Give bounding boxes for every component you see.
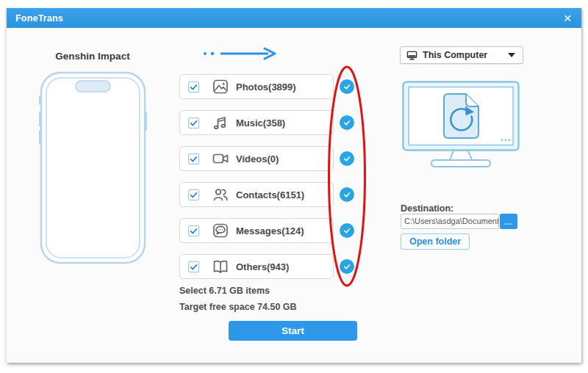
- start-button[interactable]: Start: [229, 321, 357, 341]
- browse-button[interactable]: ...: [500, 214, 517, 229]
- category-label: Messages(124): [236, 225, 304, 236]
- screenshot-stage: FoneTrans ✕ Genshin Impact: [0, 0, 588, 373]
- sync-file-icon: [444, 94, 478, 138]
- checkbox-checked[interactable]: [188, 225, 199, 236]
- titlebar: FoneTrans ✕: [7, 8, 581, 28]
- contacts-icon: [212, 186, 229, 203]
- category-label: Others(943): [236, 261, 289, 272]
- selected-check-icon[interactable]: [340, 259, 354, 274]
- category-row-contacts[interactable]: Contacts(6151): [179, 182, 334, 207]
- category-label: Music(358): [236, 117, 285, 128]
- transfer-summary: Select 6.71 GB items Target free space 7…: [179, 283, 297, 315]
- monitor-icon: [406, 50, 417, 61]
- chevron-down-icon: [508, 53, 515, 57]
- videos-icon: [212, 150, 229, 167]
- category-row-music[interactable]: Music(358): [179, 110, 334, 135]
- category-row-messages[interactable]: Messages(124): [179, 218, 334, 243]
- selected-check-icon[interactable]: [340, 79, 354, 94]
- transfer-arrow-icon: [202, 47, 280, 60]
- category-label: Contacts(6151): [236, 189, 304, 200]
- phone-illustration: [38, 71, 148, 264]
- selected-check-icon[interactable]: [340, 223, 354, 238]
- category-row-videos[interactable]: Videos(0): [179, 146, 334, 171]
- device-name: Genshin Impact: [36, 51, 149, 62]
- fonetrans-window: FoneTrans ✕ Genshin Impact: [7, 8, 581, 363]
- checkbox-checked[interactable]: [188, 261, 199, 272]
- category-row-photos[interactable]: Photos(3899): [179, 74, 334, 99]
- open-folder-button[interactable]: Open folder: [401, 233, 470, 250]
- checkbox-checked[interactable]: [188, 117, 199, 128]
- destination-label: Destination:: [401, 203, 453, 214]
- selected-check-icon[interactable]: [340, 187, 354, 202]
- category-label: Videos(0): [236, 153, 279, 164]
- selected-check-icon[interactable]: [340, 151, 354, 166]
- window-title: FoneTrans: [7, 13, 63, 23]
- computer-sync-illustration: [402, 81, 520, 170]
- checkbox-checked[interactable]: [188, 82, 199, 93]
- category-row-others[interactable]: Others(943): [179, 254, 334, 279]
- others-icon: [212, 258, 229, 275]
- category-label: Photos(3899): [236, 82, 296, 93]
- summary-free-space: Target free space 74.50 GB: [179, 299, 297, 315]
- music-icon: [212, 114, 229, 131]
- selected-check-icon[interactable]: [340, 115, 354, 130]
- target-device-label: This Computer: [423, 50, 508, 60]
- close-icon[interactable]: ✕: [558, 8, 577, 28]
- phone-notch: [76, 81, 110, 92]
- checkbox-checked[interactable]: [188, 153, 199, 164]
- messages-icon: [212, 222, 229, 239]
- photos-icon: [212, 78, 229, 95]
- summary-selected-size: Select 6.71 GB items: [179, 283, 297, 299]
- checkbox-checked[interactable]: [188, 189, 199, 200]
- target-device-dropdown[interactable]: This Computer: [400, 46, 523, 64]
- destination-path-field[interactable]: C:\Users\asdga\Documents\: [401, 214, 499, 229]
